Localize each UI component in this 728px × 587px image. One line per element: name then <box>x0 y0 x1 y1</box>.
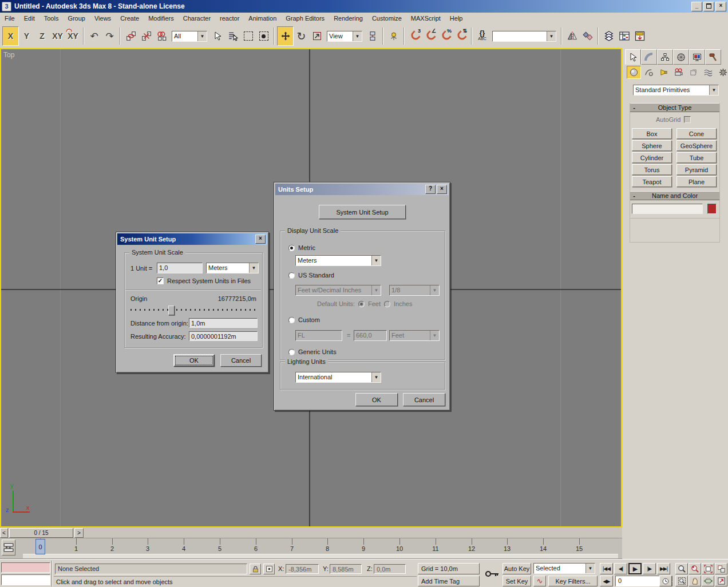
units-dialog-titlebar[interactable]: Units Setup ? × <box>275 184 449 195</box>
unit-type-dropdown[interactable]: Meters ▼ <box>206 263 259 273</box>
window-crossing-button[interactable] <box>256 27 271 45</box>
custom-radio[interactable]: Custom <box>288 316 320 323</box>
time-slider-handle[interactable]: 0 <box>35 539 45 554</box>
play-button[interactable]: ▶ <box>628 563 642 574</box>
align-button[interactable] <box>580 27 595 45</box>
object-name-field[interactable] <box>632 204 703 214</box>
menu-help[interactable]: Help <box>445 14 468 23</box>
key-filter-set-dropdown[interactable]: Selected ▼ <box>533 563 595 574</box>
cancel-button[interactable]: Cancel <box>220 354 262 367</box>
frame-indicator-button[interactable]: 0 / 15 <box>9 528 73 538</box>
ok-button[interactable]: OK <box>355 393 398 406</box>
named-selection-sets-button[interactable]: {}ABC <box>474 27 490 45</box>
zoom-extents-all-button[interactable] <box>715 563 727 574</box>
rectangular-selection-region-button[interactable] <box>240 27 256 45</box>
space-warps-button[interactable] <box>701 66 715 79</box>
plane-button[interactable]: Plane <box>676 176 717 187</box>
mirror-button[interactable] <box>564 27 580 45</box>
current-frame-field[interactable]: 0 <box>615 576 666 586</box>
close-button[interactable]: × <box>255 235 266 244</box>
restore-button[interactable] <box>703 2 714 11</box>
previous-frame-button[interactable]: ◀| <box>614 563 627 574</box>
redo-button[interactable]: ↷ <box>102 27 117 45</box>
box-button[interactable]: Box <box>632 128 672 139</box>
tab-modify[interactable] <box>641 49 657 65</box>
cameras-button[interactable] <box>671 66 686 79</box>
tube-button[interactable]: Tube <box>676 152 717 163</box>
tab-utilities[interactable] <box>705 49 721 65</box>
select-and-manipulate-button[interactable] <box>386 27 401 45</box>
us-standard-radio[interactable]: US Standard <box>288 271 334 279</box>
default-tangent-button[interactable]: ∿ <box>533 576 546 586</box>
helpers-button[interactable] <box>686 66 701 79</box>
menu-customize[interactable]: Customize <box>367 14 406 23</box>
menu-graph-editors[interactable]: Graph Editors <box>281 14 329 23</box>
z-coordinate-field[interactable]: 0,0m <box>374 564 406 574</box>
curve-editor-button[interactable] <box>616 27 632 45</box>
next-frame-button[interactable]: |▶ <box>643 563 656 574</box>
tab-hierarchy[interactable] <box>657 49 673 65</box>
cylinder-button[interactable]: Cylinder <box>632 152 672 163</box>
angle-snap-toggle-button[interactable]: ∠ <box>422 27 438 45</box>
menu-group[interactable]: Group <box>63 14 90 23</box>
time-configuration-button[interactable] <box>659 576 672 586</box>
torus-button[interactable]: Torus <box>632 164 672 175</box>
menu-tools[interactable]: Tools <box>39 14 64 23</box>
tab-create[interactable] <box>625 49 641 65</box>
menu-modifiers[interactable]: Modifiers <box>144 14 179 23</box>
unlink-selection-button[interactable] <box>139 27 154 45</box>
menu-edit[interactable]: Edit <box>19 14 39 23</box>
teapot-button[interactable]: Teapot <box>632 176 672 187</box>
pan-button[interactable] <box>689 576 701 586</box>
menu-animation[interactable]: Animation <box>244 14 281 23</box>
tab-display[interactable] <box>689 49 705 65</box>
named-selection-dropdown[interactable]: ▼ <box>492 31 556 42</box>
select-and-move-button[interactable] <box>277 26 294 46</box>
zoom-region-button[interactable] <box>675 576 688 586</box>
respect-units-checkbox[interactable]: ✓ Respect System Units in Files <box>157 277 251 284</box>
key-mode-toggle[interactable]: ◀▶ <box>600 576 613 586</box>
origin-slider-thumb[interactable] <box>168 306 175 315</box>
selection-lock-toggle[interactable] <box>250 564 261 574</box>
geometry-button[interactable] <box>627 66 641 79</box>
lights-button[interactable] <box>656 66 671 79</box>
track-bar[interactable]: 0 1 2 3 4 5 6 7 8 9 10 11 12 13 14 15 0 <box>0 538 622 559</box>
percent-snap-toggle-button[interactable]: % <box>438 27 453 45</box>
reference-coordinate-dropdown[interactable]: View ▼ <box>327 31 362 42</box>
select-and-link-button[interactable] <box>123 27 139 45</box>
go-to-start-button[interactable]: |◀◀ <box>600 563 613 574</box>
primitives-category-dropdown[interactable]: Standard Primitives ▼ <box>633 85 719 96</box>
add-time-tag-button[interactable]: Add Time Tag <box>418 576 480 586</box>
select-by-name-button[interactable] <box>225 27 240 45</box>
close-button[interactable]: × <box>715 2 726 11</box>
unit-value-field[interactable]: 1,0 <box>157 263 203 273</box>
menu-character[interactable]: Character <box>179 14 215 23</box>
pyramid-button[interactable]: Pyramid <box>676 164 717 175</box>
constraint-x-button[interactable]: X <box>2 26 19 46</box>
absolute-offset-toggle[interactable] <box>263 564 275 574</box>
snaps-toggle-button[interactable]: 3 <box>407 27 422 45</box>
menu-maxscript[interactable]: MAXScript <box>406 14 445 23</box>
zoom-all-button[interactable] <box>689 563 701 574</box>
menu-reactor[interactable]: reactor <box>215 14 244 23</box>
systems-button[interactable] <box>716 66 728 79</box>
open-mini-curve-editor-button[interactable] <box>2 540 15 556</box>
spinner-snap-toggle-button[interactable]: ⇅ <box>453 27 469 45</box>
bind-to-space-warp-button[interactable] <box>154 27 169 45</box>
go-to-end-button[interactable]: ▶▶| <box>657 563 670 574</box>
schematic-view-button[interactable] <box>632 27 647 45</box>
origin-slider-track[interactable] <box>130 309 256 311</box>
system-dialog-titlebar[interactable]: System Unit Setup × <box>117 233 267 245</box>
system-unit-setup-button[interactable]: System Unit Setup <box>319 205 406 219</box>
ok-button[interactable]: OK <box>173 354 215 367</box>
min-max-toggle-button[interactable] <box>715 576 727 586</box>
menu-rendering[interactable]: Rendering <box>329 14 367 23</box>
viewport-label[interactable]: Top <box>3 51 14 59</box>
undo-button[interactable]: ↶ <box>86 27 102 45</box>
tab-motion[interactable] <box>673 49 689 65</box>
generic-units-radio[interactable]: Generic Units <box>288 348 337 355</box>
lighting-units-dropdown[interactable]: International ▼ <box>295 372 381 383</box>
zoom-extents-button[interactable] <box>702 563 714 574</box>
x-coordinate-field[interactable]: -8,356m <box>286 564 319 574</box>
maxscript-mini-listener-pink[interactable] <box>1 562 50 573</box>
